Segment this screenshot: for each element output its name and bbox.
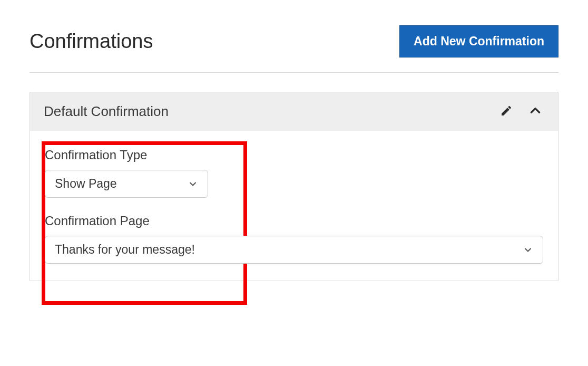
confirmation-type-selected-value: Show Page <box>55 177 117 191</box>
panel-title: Default Confirmation <box>44 103 169 120</box>
header-row: Confirmations Add New Confirmation <box>30 25 558 57</box>
confirmation-panel: Default Confirmation Confirmation Type S… <box>30 92 558 281</box>
confirmation-type-field: Confirmation Type Show Page <box>45 148 543 198</box>
confirmation-type-label: Confirmation Type <box>45 148 543 162</box>
confirmation-type-select[interactable]: Show Page <box>45 170 208 198</box>
confirmation-page-select-wrap: Thanks for your message! <box>45 236 543 264</box>
edit-button[interactable] <box>498 102 515 121</box>
collapse-button[interactable] <box>526 102 544 121</box>
chevron-down-icon <box>523 245 533 255</box>
confirmation-page-select[interactable]: Thanks for your message! <box>45 236 543 264</box>
confirmation-page-selected-value: Thanks for your message! <box>55 243 195 257</box>
add-new-confirmation-button[interactable]: Add New Confirmation <box>399 25 558 57</box>
panel-header: Default Confirmation <box>30 92 558 131</box>
confirmation-page-label: Confirmation Page <box>45 214 543 228</box>
header-divider <box>30 72 558 73</box>
panel-actions <box>498 102 544 121</box>
confirmation-type-select-wrap: Show Page <box>45 170 208 198</box>
confirmation-page-field: Confirmation Page Thanks for your messag… <box>45 214 543 264</box>
page-title: Confirmations <box>30 30 153 53</box>
chevron-up-icon <box>528 111 542 119</box>
chevron-down-icon <box>188 179 198 189</box>
pencil-icon <box>500 111 513 119</box>
panel-body: Confirmation Type Show Page Confirmation… <box>30 131 558 281</box>
